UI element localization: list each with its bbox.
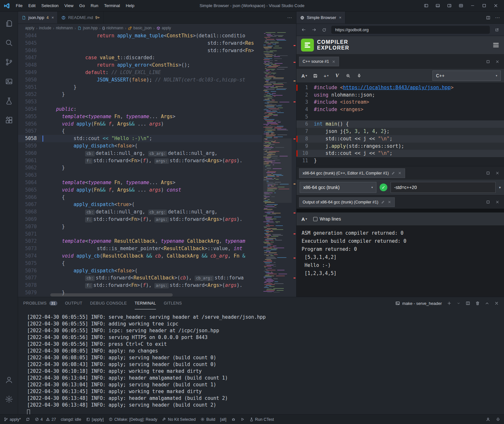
open-external-icon[interactable] [494, 28, 500, 32]
code-line-5044[interactable]: 5044 return apply_make_tuple<ConstThis>(… [18, 32, 262, 40]
compiler-pane-tab[interactable]: x86-64 gcc (trunk) (C++, Editor #1, Comp… [299, 168, 405, 178]
activity-extensions-icon[interactable] [1, 112, 17, 128]
close-panel-icon[interactable] [494, 301, 499, 306]
gb-code-line-11[interactable]: 11} [296, 157, 504, 165]
font-size-button[interactable]: A▾ [300, 214, 309, 224]
status-git-branch[interactable]: apply* [4, 417, 21, 422]
vim-mode-icon[interactable]: V [333, 71, 342, 80]
gb-code-line-8[interactable]: 8 std::cout << j << "\n"; [296, 135, 504, 143]
gb-code-line-3[interactable]: 3#include <iostream> [296, 99, 504, 106]
code-line-5049[interactable]: 5049 default: // LCOV_EXCL_LINE [18, 69, 262, 76]
edit-icon[interactable] [392, 171, 395, 175]
close-pane-icon[interactable] [495, 60, 499, 64]
add-button[interactable]: +▾ [322, 71, 331, 80]
breadcrumb-nlohmann[interactable]: {}nlohmann [102, 26, 123, 30]
maximize-icon[interactable] [486, 200, 490, 204]
panel-tab-gitlens[interactable]: GITLENS [164, 297, 182, 309]
editor-more-actions-icon[interactable]: ⋯ [287, 15, 292, 21]
gb-code-line-10[interactable]: 10 std::cout << j << "\n"; [296, 150, 504, 157]
code-line-5073[interactable]: 5073 std::is_member_pointer<ResultCallba… [18, 245, 262, 252]
code-line-5052[interactable]: 5052 } [18, 91, 262, 98]
reload-icon[interactable] [321, 28, 327, 32]
maximize-window-icon[interactable] [481, 3, 487, 8]
gb-code-line-2[interactable]: 2using nlohmann::json; [296, 91, 504, 99]
code-line-5058[interactable]: 5058 std::cout << "Hello :-)\n"; [18, 135, 262, 142]
code-line-5045[interactable]: 5045 std::forward<Res [18, 40, 262, 47]
code-line-5067[interactable]: 5067 apply_dispatch<true>( [18, 201, 262, 208]
compiler-args-input[interactable] [391, 182, 496, 193]
status-notifications[interactable] [496, 417, 500, 421]
code-line-5066[interactable]: 5066 { [18, 194, 262, 201]
activity-media-icon[interactable] [1, 73, 17, 90]
gb-code-line-7[interactable]: 7 json j{5, 3, 1, 4, 2}; [296, 128, 504, 135]
hamburger-menu-icon[interactable] [492, 42, 499, 49]
menu-edit[interactable]: Edit [25, 0, 38, 11]
kill-terminal-icon[interactable] [475, 301, 480, 306]
code-line-5070[interactable]: 5070 } [18, 223, 262, 231]
panel-tab-debug-console[interactable]: DEBUG CONSOLE [90, 297, 127, 309]
close-icon[interactable] [332, 60, 335, 63]
code-line-5076[interactable]: 5076 apply_dispatch<false>( [18, 267, 262, 275]
menu-go[interactable]: Go [76, 0, 88, 11]
status-sync[interactable] [26, 417, 30, 421]
terminal-dropdown-icon[interactable] [457, 301, 460, 305]
code-line-5053[interactable]: 5053 [18, 98, 262, 106]
code-line-5054[interactable]: 5054 public: [18, 106, 262, 113]
menu-selection[interactable]: Selection [38, 0, 61, 11]
status-cmake-kit[interactable]: No Kit Selected [162, 417, 196, 422]
code-line-5071[interactable]: 5071 [18, 231, 262, 238]
browser-more-actions-icon[interactable]: ⋯ [495, 15, 500, 21]
tab-simple-browser[interactable]: Simple Browser × [296, 12, 345, 24]
status-build-target[interactable]: [all] [220, 417, 226, 422]
gb-code-line-6[interactable]: 6int main() { [296, 120, 504, 128]
wrap-lines-toggle[interactable]: Wrap lines [313, 216, 341, 221]
compiler-explorer-logo-icon[interactable] [301, 39, 314, 52]
code-line-5059[interactable]: 5059 apply_dispatch<false>( [18, 142, 262, 150]
activity-settings-icon[interactable] [1, 391, 17, 407]
toggle-secondary-sidebar-icon[interactable] [447, 3, 452, 8]
code-line-5078[interactable]: 5078 f:std::forward<Fn>(f), args:std::fo… [18, 282, 262, 289]
code-line-5055[interactable]: 5055 template<typename Fn, typename... A… [18, 113, 262, 120]
activity-testing-icon[interactable] [1, 93, 17, 109]
breadcrumb-json.hpp[interactable]: json.hpp [77, 26, 97, 30]
breadcrumb-apply[interactable]: apply [25, 26, 34, 30]
status-cmake-build[interactable]: Build [200, 417, 215, 422]
customize-layout-icon[interactable] [458, 3, 463, 8]
code-line-5077[interactable]: 5077 cb:std::forward<ResultCallback>(cb)… [18, 274, 262, 282]
status-cmake-status[interactable]: CMake: [Debug]: Ready [109, 417, 157, 422]
split-terminal-icon[interactable] [466, 301, 470, 306]
minimap[interactable] [263, 32, 292, 292]
activity-account-icon[interactable] [1, 372, 17, 388]
menu-run[interactable]: Run [88, 0, 101, 11]
gb-code-line-1[interactable]: 1#include <https://localhost:8443/apply/… [296, 84, 504, 91]
source-pane-tab[interactable]: C++ source #1 [299, 57, 339, 66]
maximize-icon[interactable] [486, 60, 490, 64]
code-line-5051[interactable]: 5051 } [18, 84, 262, 91]
toggle-sidebar-icon[interactable] [423, 3, 429, 8]
minimize-icon[interactable] [470, 3, 475, 8]
code-line-5046[interactable]: 5046 std::forward<Fn> [18, 47, 262, 54]
maximize-icon[interactable] [486, 171, 490, 175]
godbolt-source-editor[interactable]: 1#include <https://localhost:8443/apply/… [296, 82, 504, 166]
close-icon[interactable]: × [52, 15, 54, 20]
code-line-5056[interactable]: 5056 void apply(Fn&& f, Args&& ... args) [18, 120, 262, 128]
edit-icon[interactable] [381, 200, 385, 204]
status-launch[interactable] [240, 417, 245, 421]
panel-tab-output[interactable]: OUTPUT [65, 297, 82, 309]
new-terminal-icon[interactable] [447, 301, 451, 306]
language-select[interactable]: C++ ▾ [432, 71, 501, 81]
code-line-5064[interactable]: 5064 template<typename Fn, typename... A… [18, 179, 262, 186]
url-input[interactable] [331, 26, 490, 34]
activity-search-icon[interactable] [1, 35, 17, 51]
close-icon[interactable] [398, 171, 402, 175]
back-icon[interactable] [300, 27, 307, 32]
code-editor[interactable]: 5044 return apply_make_tuple<ConstThis>(… [18, 32, 296, 297]
terminal[interactable]: [2022-04-30 06:05:55] INFO: serve_header… [18, 309, 504, 414]
status-run-ctest[interactable]: Run CTest [249, 417, 274, 422]
font-size-button[interactable]: A▾ [300, 71, 309, 80]
zoom-icon[interactable] [344, 71, 353, 80]
code-line-5063[interactable]: 5063 [18, 172, 262, 179]
breadcrumb-nlohmann[interactable]: nlohmann [56, 26, 73, 30]
code-line-5062[interactable]: 5062 } [18, 164, 262, 172]
split-editor-icon[interactable] [486, 15, 490, 20]
